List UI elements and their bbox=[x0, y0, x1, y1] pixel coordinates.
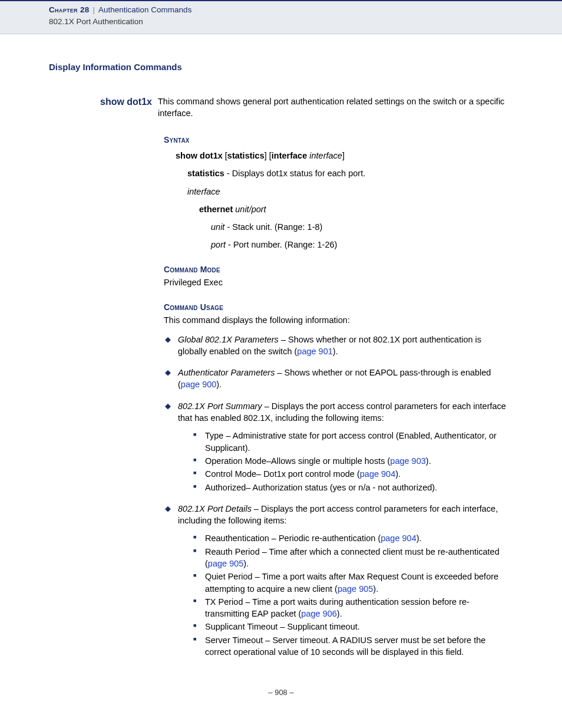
usage-intro: This command displays the following info… bbox=[164, 314, 507, 326]
command-block: show dot1x This command shows general po… bbox=[49, 95, 513, 120]
syntax-statistics-row: statistics - Displays dot1x status for e… bbox=[187, 167, 507, 179]
page-link[interactable]: page 901 bbox=[297, 347, 332, 356]
sub-tail: ). bbox=[416, 533, 422, 543]
usage-item: 802.1X Port Details – Displays the port … bbox=[164, 503, 507, 658]
usage-item-tail: ). bbox=[216, 380, 222, 389]
syntax-opt-interface: interface bbox=[272, 151, 307, 160]
sub-tail: ). bbox=[337, 609, 342, 618]
usage-item-tail: ). bbox=[333, 347, 338, 356]
sub-tail: ). bbox=[426, 456, 431, 466]
page-link[interactable]: page 904 bbox=[381, 533, 416, 543]
syntax-ethernet-row: ethernet unit/port bbox=[199, 203, 507, 215]
usage-item-title: Authenticator Parameters bbox=[178, 368, 275, 377]
sub-tail: ). bbox=[243, 559, 249, 568]
chapter-subtitle: 802.1X Port Authentication bbox=[49, 17, 527, 28]
command-mode-heading: Command Mode bbox=[164, 264, 507, 276]
pipe-separator: | bbox=[93, 5, 95, 14]
page-link[interactable]: page 904 bbox=[360, 469, 395, 479]
bracket: ] [ bbox=[265, 151, 272, 160]
stat-label: statistics bbox=[187, 169, 224, 178]
syntax-cmd: show dot1x bbox=[176, 151, 223, 160]
usage-sub-item: Reauthentication – Periodic re-authentic… bbox=[192, 532, 507, 544]
usage-sub-item: Reauth Period – Time after which a conne… bbox=[192, 546, 507, 570]
sub-text: Reauthentication – Periodic re-authentic… bbox=[205, 533, 381, 543]
page-link[interactable]: page 900 bbox=[181, 380, 216, 389]
page-link[interactable]: page 905 bbox=[338, 584, 373, 594]
usage-sub-item: Authorized– Authorization status (yes or… bbox=[192, 482, 507, 493]
section-title: Display Information Commands bbox=[49, 61, 513, 73]
command-name: show dot1x bbox=[100, 97, 152, 107]
page-body: Display Information Commands show dot1x … bbox=[0, 34, 562, 722]
sub-text: Server Timeout – Server timeout. A RADIU… bbox=[205, 635, 485, 657]
page-link[interactable]: page 905 bbox=[208, 559, 243, 568]
unit-label: unit bbox=[211, 222, 224, 232]
bracket: ] bbox=[342, 151, 345, 160]
usage-item-title: 802.1X Port Summary bbox=[178, 401, 262, 411]
sub-text: Operation Mode–Allows single or multiple… bbox=[205, 456, 390, 466]
usage-list: Global 802.1X Parameters – Shows whether… bbox=[164, 334, 507, 658]
usage-item-title: Global 802.1X Parameters bbox=[178, 335, 279, 344]
sub-text: Reauth Period – Time after which a conne… bbox=[205, 547, 500, 568]
usage-item: Global 802.1X Parameters – Shows whether… bbox=[164, 334, 507, 358]
eth-arg: unit/port bbox=[235, 205, 266, 214]
syntax-arg-interface: interface bbox=[309, 151, 342, 160]
page-link[interactable]: page 903 bbox=[390, 456, 425, 466]
page-number: – 908 – bbox=[49, 687, 513, 698]
sub-text: Supplicant Timeout – Supplicant timeout. bbox=[205, 622, 360, 631]
usage-item: 802.1X Port Summary – Displays the port … bbox=[164, 400, 507, 493]
sub-text: Type – Administrative state for port acc… bbox=[205, 431, 497, 452]
usage-sub-item: Type – Administrative state for port acc… bbox=[192, 430, 507, 454]
usage-sub-item: Server Timeout – Server timeout. A RADIU… bbox=[192, 634, 507, 658]
port-label: port bbox=[211, 240, 226, 249]
page-header: Chapter 28|Authentication Commands 802.1… bbox=[0, 0, 562, 34]
syntax-opt-statistics: statistics bbox=[227, 151, 265, 160]
syntax-unit-row: unit - Stack unit. (Range: 1-8) bbox=[211, 221, 507, 233]
usage-sub-item: Quiet Period – Time a port waits after M… bbox=[192, 571, 507, 595]
usage-sublist: Type – Administrative state for port acc… bbox=[192, 430, 507, 493]
port-desc: - Port number. (Range: 1-26) bbox=[226, 240, 337, 249]
command-mode-text: Privileged Exec bbox=[164, 276, 507, 288]
usage-item: Authenticator Parameters – Shows whether… bbox=[164, 367, 507, 391]
usage-sub-item: Supplicant Timeout – Supplicant timeout. bbox=[192, 621, 507, 633]
sub-tail: ). bbox=[395, 469, 401, 479]
sub-text: Control Mode– Dot1x port control mode ( bbox=[205, 469, 360, 479]
sub-tail: ). bbox=[373, 584, 378, 594]
syntax-port-row: port - Port number. (Range: 1-26) bbox=[211, 239, 507, 251]
chapter-line: Chapter 28|Authentication Commands bbox=[49, 5, 527, 16]
chapter-title: Authentication Commands bbox=[98, 5, 191, 14]
command-description: This command shows general port authenti… bbox=[158, 95, 513, 120]
syntax-interface-row: interface bbox=[187, 186, 507, 197]
usage-sub-item: Control Mode– Dot1x port control mode (p… bbox=[192, 468, 507, 480]
page-link[interactable]: page 906 bbox=[301, 609, 336, 618]
usage-sub-item: TX Period – Time a port waits during aut… bbox=[192, 596, 507, 620]
sub-text: Authorized– Authorization status (yes or… bbox=[205, 483, 437, 492]
unit-desc: - Stack unit. (Range: 1-8) bbox=[224, 222, 322, 232]
content-area: Syntax show dot1x [statistics] [interfac… bbox=[164, 134, 513, 658]
syntax-line: show dot1x [statistics] [interface inter… bbox=[176, 150, 507, 162]
usage-heading: Command Usage bbox=[164, 302, 507, 314]
usage-item-title: 802.1X Port Details bbox=[178, 504, 252, 513]
chapter-label: Chapter 28 bbox=[49, 5, 90, 14]
usage-sublist: Reauthentication – Periodic re-authentic… bbox=[192, 532, 507, 658]
stat-desc: - Displays dot1x status for each port. bbox=[224, 169, 365, 178]
eth-label: ethernet bbox=[199, 205, 233, 214]
syntax-heading: Syntax bbox=[164, 134, 507, 146]
usage-sub-item: Operation Mode–Allows single or multiple… bbox=[192, 455, 507, 467]
